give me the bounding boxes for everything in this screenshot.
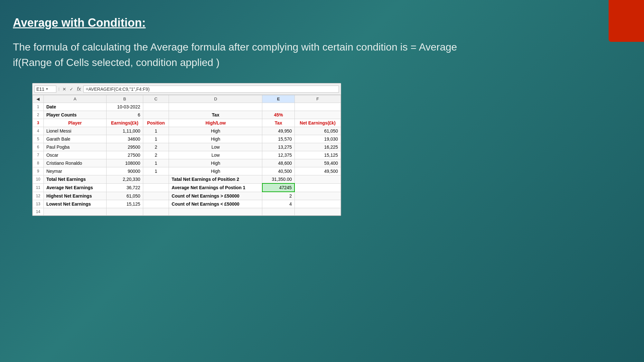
cell-b13[interactable]: 15,125: [107, 200, 143, 208]
cell-b5[interactable]: 34600: [107, 135, 143, 143]
cell-c11[interactable]: [143, 183, 169, 192]
cell-c2[interactable]: [143, 111, 169, 119]
cell-b10[interactable]: 2,20,330: [107, 175, 143, 184]
cell-e9[interactable]: 40,500: [262, 167, 294, 175]
confirm-icon[interactable]: ✓: [69, 87, 74, 92]
cell-e7[interactable]: 12,375: [262, 151, 294, 159]
cell-e8[interactable]: 48,600: [262, 159, 294, 167]
cell-a2[interactable]: Player Counts: [43, 111, 106, 119]
cell-d3[interactable]: High/Low: [169, 119, 262, 127]
cell-d13[interactable]: Count of Net Earnings < £50000: [169, 200, 262, 208]
cell-f13[interactable]: [294, 200, 341, 208]
cell-b12[interactable]: 61,050: [107, 192, 143, 200]
cell-f1[interactable]: [294, 103, 341, 111]
cell-reference-box[interactable]: E11 ▼: [34, 86, 56, 93]
cell-a3[interactable]: Player: [43, 119, 106, 127]
cell-e3[interactable]: Tax: [262, 119, 294, 127]
cell-c4[interactable]: 1: [143, 127, 169, 135]
cell-f9[interactable]: 49,500: [294, 167, 341, 175]
red-corner-decoration: [609, 0, 644, 42]
cell-a12[interactable]: Highest Net Earnings: [43, 192, 106, 200]
cell-e12[interactable]: 2: [262, 192, 294, 200]
col-header-c[interactable]: C: [143, 95, 169, 103]
cell-f12[interactable]: [294, 192, 341, 200]
cell-f2[interactable]: [294, 111, 341, 119]
cell-c1[interactable]: [143, 103, 169, 111]
row-number: 14: [33, 208, 44, 216]
cell-a14[interactable]: [43, 208, 106, 216]
cell-d5[interactable]: High: [169, 135, 262, 143]
cell-f4[interactable]: 61,050: [294, 127, 341, 135]
cell-a11[interactable]: Average Net Earnings: [43, 183, 106, 192]
cancel-icon[interactable]: ✕: [61, 87, 67, 92]
cell-f11[interactable]: [294, 183, 341, 192]
cell-b7[interactable]: 27500: [107, 151, 143, 159]
cell-e2[interactable]: 45%: [262, 111, 294, 119]
cell-e11[interactable]: 47245: [262, 183, 294, 192]
formula-input[interactable]: =AVERAGEIF(C4:C9,"1",F4:F9): [83, 86, 339, 93]
cell-a6[interactable]: Paul Pogba: [43, 143, 106, 151]
cell-f14[interactable]: [294, 208, 341, 216]
cell-f6[interactable]: 16,225: [294, 143, 341, 151]
cell-a1[interactable]: Date: [43, 103, 106, 111]
cell-c8[interactable]: 1: [143, 159, 169, 167]
cell-d1[interactable]: [169, 103, 262, 111]
table-row: 7Oscar275002Low12,37515,125: [33, 151, 341, 159]
cell-f3[interactable]: Net Earnings(£k): [294, 119, 341, 127]
formula-bar: E11 ▼ ⁝ ✕ ✓ fx =AVERAGEIF(C4:C9,"1",F4:F…: [33, 83, 341, 95]
cell-d4[interactable]: High: [169, 127, 262, 135]
cell-e1[interactable]: [262, 103, 294, 111]
cell-d11[interactable]: Average Net Earnings of Postion 1: [169, 183, 262, 192]
cell-c14[interactable]: [143, 208, 169, 216]
cell-e6[interactable]: 13,275: [262, 143, 294, 151]
cell-b6[interactable]: 29500: [107, 143, 143, 151]
col-header-f[interactable]: F: [294, 95, 341, 103]
cell-d6[interactable]: Low: [169, 143, 262, 151]
cell-a5[interactable]: Garath Bale: [43, 135, 106, 143]
cell-d9[interactable]: High: [169, 167, 262, 175]
cell-b3[interactable]: Earnings(£k): [107, 119, 143, 127]
cell-e5[interactable]: 15,570: [262, 135, 294, 143]
cell-c13[interactable]: [143, 200, 169, 208]
cell-f5[interactable]: 19,030: [294, 135, 341, 143]
cell-d2[interactable]: Tax: [169, 111, 262, 119]
cell-f7[interactable]: 15,125: [294, 151, 341, 159]
cell-a10[interactable]: Total Net Earnings: [43, 175, 106, 184]
cell-a7[interactable]: Oscar: [43, 151, 106, 159]
cell-d10[interactable]: Tatal Net Earnings of Position 2: [169, 175, 262, 184]
col-header-b[interactable]: B: [107, 95, 143, 103]
cell-b9[interactable]: 90000: [107, 167, 143, 175]
cell-e10[interactable]: 31,350.00: [262, 175, 294, 184]
col-header-d[interactable]: D: [169, 95, 262, 103]
cell-f8[interactable]: 59,400: [294, 159, 341, 167]
cell-b8[interactable]: 108000: [107, 159, 143, 167]
cell-c9[interactable]: 1: [143, 167, 169, 175]
cell-b2[interactable]: 6: [107, 111, 143, 119]
cell-a8[interactable]: Cristiano Ronaldo: [43, 159, 106, 167]
cell-b14[interactable]: [107, 208, 143, 216]
cell-f10[interactable]: [294, 175, 341, 184]
cell-c3[interactable]: Position: [143, 119, 169, 127]
cell-e13[interactable]: 4: [262, 200, 294, 208]
cell-e14[interactable]: [262, 208, 294, 216]
page-title: Average with Condition:: [13, 16, 625, 30]
cell-b11[interactable]: 36,722: [107, 183, 143, 192]
col-header-a[interactable]: A: [43, 95, 106, 103]
cell-a9[interactable]: Neymar: [43, 167, 106, 175]
cell-d14[interactable]: [169, 208, 262, 216]
cell-c6[interactable]: 2: [143, 143, 169, 151]
cell-e4[interactable]: 49,950: [262, 127, 294, 135]
cell-c10[interactable]: [143, 175, 169, 184]
table-row: 13Lowest Net Earnings15,125Count of Net …: [33, 200, 341, 208]
cell-d8[interactable]: High: [169, 159, 262, 167]
cell-c7[interactable]: 2: [143, 151, 169, 159]
cell-c12[interactable]: [143, 192, 169, 200]
cell-d12[interactable]: Count of Net Earnings > £50000: [169, 192, 262, 200]
cell-d7[interactable]: Low: [169, 151, 262, 159]
cell-a4[interactable]: Lionel Messi: [43, 127, 106, 135]
cell-a13[interactable]: Lowest Net Earnings: [43, 200, 106, 208]
cell-c5[interactable]: 1: [143, 135, 169, 143]
col-header-e[interactable]: E: [262, 95, 294, 103]
cell-b4[interactable]: 1,11,000: [107, 127, 143, 135]
cell-b1[interactable]: 10-03-2022: [107, 103, 143, 111]
